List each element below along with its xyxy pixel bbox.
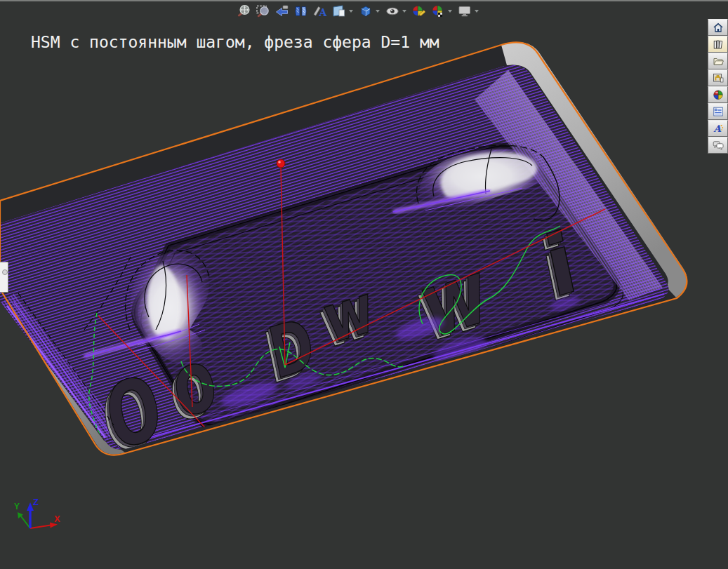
zoom-extents-icon[interactable] bbox=[236, 3, 253, 20]
previous-view-icon[interactable] bbox=[274, 3, 291, 20]
axis-y-label: Y bbox=[14, 502, 20, 511]
top-divider bbox=[0, 0, 728, 1]
render-edit-sphere-icon[interactable] bbox=[411, 3, 428, 20]
visibility-eye-icon[interactable] bbox=[384, 3, 401, 20]
machined-part: O o D w w i O o D w w i bbox=[0, 42, 687, 476]
sidebar-text-button[interactable]: A bbox=[708, 120, 728, 137]
color-sphere-icon bbox=[713, 89, 724, 100]
sidebar-library-button[interactable] bbox=[708, 36, 728, 53]
sidebar-machine-button[interactable] bbox=[708, 69, 728, 86]
split-view-icon[interactable] bbox=[293, 3, 310, 20]
axis-z-label: Z bbox=[33, 497, 39, 507]
panel-grip[interactable] bbox=[0, 262, 8, 293]
view-3d-box-icon[interactable] bbox=[357, 3, 374, 20]
visibility-dropdown[interactable] bbox=[402, 10, 406, 13]
display-monitor-dropdown[interactable] bbox=[475, 10, 479, 13]
3d-viewport[interactable]: O o D w w i O o D w w i bbox=[0, 0, 728, 569]
annotations-text-icon[interactable]: A bbox=[312, 3, 329, 20]
display-monitor-icon[interactable] bbox=[456, 3, 473, 20]
svg-text:A: A bbox=[318, 7, 327, 18]
svg-text:A: A bbox=[713, 123, 721, 134]
view-3d-box-dropdown[interactable] bbox=[376, 10, 380, 13]
application-window: O o D w w i O o D w w i bbox=[0, 0, 728, 569]
render-quality-dropdown[interactable] bbox=[448, 10, 452, 13]
sidebar-home-button[interactable] bbox=[708, 19, 728, 36]
sidebar-comments-button[interactable] bbox=[708, 137, 728, 154]
chat-bubbles-icon bbox=[713, 140, 724, 151]
panel-grip-knob bbox=[2, 269, 8, 275]
axis-triad: X Y Z bbox=[10, 495, 69, 539]
books-icon bbox=[713, 39, 724, 50]
letter-a-icon: A bbox=[713, 123, 724, 134]
zoom-window-icon[interactable] bbox=[255, 3, 272, 20]
view-plane-icon[interactable] bbox=[331, 3, 348, 20]
sidebar-properties-button[interactable] bbox=[708, 103, 728, 120]
home-icon bbox=[713, 22, 724, 33]
sidebar-color-sphere-button[interactable] bbox=[708, 86, 728, 103]
view-plane-dropdown[interactable] bbox=[349, 10, 353, 13]
operation-title: HSM с постоянным шагом, фреза сфера D=1 … bbox=[31, 33, 439, 51]
tool-marker bbox=[277, 159, 285, 168]
axis-x-label: X bbox=[54, 514, 60, 524]
machine-icon bbox=[713, 72, 724, 83]
properties-form-icon bbox=[713, 106, 724, 117]
view-toolbar: A bbox=[234, 2, 482, 20]
sidebar-open-folder-button[interactable] bbox=[708, 53, 728, 69]
open-folder-icon bbox=[713, 55, 724, 67]
right-sidebar: A bbox=[708, 19, 728, 154]
render-quality-sphere-icon[interactable] bbox=[430, 3, 446, 20]
